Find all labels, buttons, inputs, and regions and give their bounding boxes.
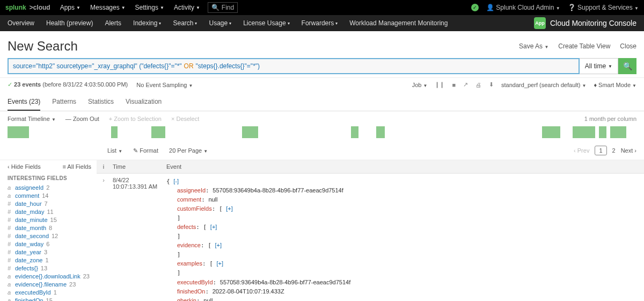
field-row[interactable]: #date_month8 <box>8 225 91 231</box>
pause-icon[interactable]: ❙❙ <box>435 81 444 88</box>
field-row[interactable]: aexecutedById1 <box>8 289 91 296</box>
find-input[interactable]: 🔍 Find <box>208 2 238 13</box>
expand-row[interactable]: › <box>97 174 111 301</box>
nav-search[interactable]: Search▾ <box>173 19 197 27</box>
export-icon[interactable]: ⬇ <box>489 81 494 88</box>
list-menu[interactable]: List ▼ <box>107 147 122 154</box>
page-1[interactable]: 1 <box>595 146 606 155</box>
tab-visualization[interactable]: Visualization <box>126 95 162 111</box>
field-row[interactable]: aassigneeId2 <box>8 184 91 191</box>
field-row[interactable]: #date_minute15 <box>8 217 91 223</box>
tab-statistics[interactable]: Statistics <box>88 95 114 111</box>
field-row[interactable]: afinishedOn15 <box>8 297 91 301</box>
time-range-picker[interactable]: All time▼ <box>580 58 618 74</box>
zoom-selection: + Zoom to Selection <box>109 116 162 122</box>
zoom-out[interactable]: — Zoom Out <box>65 116 99 122</box>
hide-fields[interactable]: ‹ Hide Fields <box>8 163 41 170</box>
save-as[interactable]: Save As ▼ <box>519 42 548 50</box>
nav-health[interactable]: Health (preview) <box>46 19 93 27</box>
col-info: i <box>97 160 111 173</box>
print-icon[interactable]: 🖨 <box>475 82 481 88</box>
share-icon[interactable]: ↗ <box>463 81 468 88</box>
top-activity[interactable]: Activity▼ <box>174 4 200 11</box>
field-row[interactable]: #date_year3 <box>8 249 91 255</box>
col-time: Time <box>111 160 164 173</box>
user-menu[interactable]: 👤 Splunk Cloud Admin ▼ <box>486 4 560 11</box>
page-title: New Search <box>8 39 78 54</box>
nav-forwarders[interactable]: Forwarders▾ <box>302 19 338 27</box>
format-menu[interactable]: ✎ Format <box>133 147 158 154</box>
support-menu[interactable]: ❔ Support & Services ▼ <box>568 4 639 11</box>
nav-usage[interactable]: Usage▾ <box>209 19 231 27</box>
app-icon: App <box>534 17 546 29</box>
stop-icon[interactable]: ■ <box>452 82 456 88</box>
field-row[interactable]: #date_mday11 <box>8 209 91 215</box>
search-button[interactable]: 🔍 <box>618 58 636 74</box>
nav-overview[interactable]: Overview <box>8 19 34 27</box>
event-time: 8/4/22 10:07:13.391 AM <box>111 174 164 301</box>
top-apps[interactable]: Apps▼ <box>60 4 80 11</box>
col-event: Event <box>164 160 644 173</box>
event-count: 23 events <box>14 81 41 88</box>
search-input[interactable]: source="http2" sourcetype="_xray_graphql… <box>8 58 580 74</box>
create-table-view[interactable]: Create Table View <box>558 42 610 50</box>
format-timeline[interactable]: Format Timeline ▼ <box>8 116 56 122</box>
page-2[interactable]: 2 <box>612 147 616 154</box>
nav-indexing[interactable]: Indexing▾ <box>133 19 161 27</box>
nav-workload[interactable]: Workload Management Monitoring <box>349 19 448 27</box>
smart-mode[interactable]: ♦ Smart Mode ▼ <box>594 82 636 88</box>
all-fields[interactable]: ≡ All Fields <box>63 163 92 170</box>
brand-cloud: >cloud <box>30 4 50 11</box>
timeline-scale: 1 month per column <box>584 116 636 122</box>
format-select[interactable]: standard_perf (search default) ▼ <box>501 82 586 88</box>
top-settings[interactable]: Settings▼ <box>135 4 164 11</box>
field-row[interactable]: #date_zone1 <box>8 257 91 263</box>
field-row[interactable]: aevidence{}.filename23 <box>8 281 91 288</box>
app-name: Cloud Monitoring Console <box>550 19 636 27</box>
sampling-menu[interactable]: No Event Sampling ▼ <box>136 82 193 88</box>
brand-splunk: splunk <box>5 4 26 11</box>
nav-license[interactable]: License Usage▾ <box>243 19 289 27</box>
top-messages[interactable]: Messages▼ <box>90 4 126 11</box>
field-row[interactable]: #date_second12 <box>8 233 91 239</box>
field-row[interactable]: aevidence{}.downloadLink23 <box>8 273 91 280</box>
prev-page: ‹ Prev <box>574 147 589 154</box>
tab-events[interactable]: Events (23) <box>8 95 40 111</box>
fields-heading: INTERESTING FIELDS <box>8 175 91 181</box>
nav-alerts[interactable]: Alerts <box>105 19 121 27</box>
close[interactable]: Close <box>620 42 636 50</box>
tab-patterns[interactable]: Patterns <box>52 95 76 111</box>
perpage-menu[interactable]: 20 Per Page ▼ <box>169 147 208 154</box>
event-body[interactable]: { [-] assigneeId: 557058:93649b4a-8b28-4… <box>164 174 644 301</box>
next-page[interactable]: Next › <box>621 147 636 154</box>
field-row[interactable]: acomment14 <box>8 192 91 199</box>
magnify-icon: 🔍 <box>623 62 632 70</box>
field-row[interactable]: #date_wday6 <box>8 241 91 247</box>
timeline[interactable] <box>0 126 644 138</box>
job-menu[interactable]: Job ▼ <box>412 82 428 88</box>
field-row[interactable]: #date_hour7 <box>8 200 91 207</box>
status-ok-icon[interactable]: ✓ <box>471 4 479 11</box>
search-icon: 🔍 <box>211 4 219 11</box>
deselect: × Deselect <box>171 116 199 122</box>
field-row[interactable]: #defects{}13 <box>8 265 91 271</box>
check-icon: ✓ <box>8 81 12 88</box>
